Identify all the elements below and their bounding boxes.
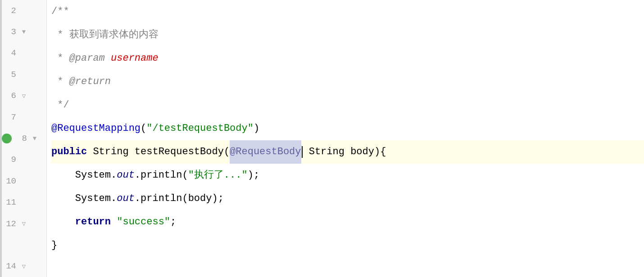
line-number-12: 12 bbox=[2, 219, 19, 229]
gutter-row-5: 5 bbox=[2, 64, 46, 85]
code-line-4: * @param username bbox=[51, 47, 644, 70]
editor-container: 2 3 ▼ 4 5 6 ▽ 7 8 ▼ bbox=[0, 0, 644, 277]
line-number-14: 14 bbox=[2, 261, 19, 271]
code-success-string: "success" bbox=[117, 210, 170, 234]
gutter-row-empty bbox=[2, 234, 46, 255]
fold-icon-6[interactable]: ▽ bbox=[19, 92, 29, 100]
line-gutter: 2 3 ▼ 4 5 6 ▽ 7 8 ▼ bbox=[2, 0, 47, 277]
code-system-10: System. bbox=[75, 187, 117, 210]
gutter-row-3: 3 ▼ bbox=[2, 21, 46, 42]
code-line-2: /** bbox=[51, 0, 644, 23]
gutter-row-11: 11 bbox=[2, 192, 46, 213]
code-line-empty bbox=[51, 257, 644, 277]
gutter-row-2: 2 bbox=[2, 0, 46, 21]
code-body-param: String body){ bbox=[303, 140, 386, 164]
line-number-4: 4 bbox=[2, 48, 19, 58]
code-method-name: testRequestBody( bbox=[135, 140, 230, 164]
code-comment-at-sign-5: * bbox=[51, 70, 69, 94]
code-out-10: out bbox=[117, 187, 135, 210]
line-number-2: 2 bbox=[2, 6, 19, 16]
code-line-7: @RequestMapping("/testRequestBody") bbox=[51, 117, 644, 140]
code-comment-body: * 获取到请求体的内容 bbox=[51, 23, 159, 47]
code-indent-11 bbox=[51, 210, 75, 234]
code-comment-open: /** bbox=[51, 0, 69, 23]
line-number-11: 11 bbox=[2, 197, 19, 207]
code-line-11: return "success" ; bbox=[51, 210, 644, 234]
gutter-row-9: 9 bbox=[2, 149, 46, 170]
text-cursor bbox=[302, 146, 303, 158]
code-space-1 bbox=[87, 140, 93, 164]
line-number-7: 7 bbox=[2, 112, 19, 122]
code-space-2 bbox=[129, 140, 135, 164]
code-keyword-public: public bbox=[51, 140, 87, 164]
code-indent-9 bbox=[51, 164, 75, 187]
code-line-5: * @return bbox=[51, 70, 644, 94]
code-system-9: System. bbox=[75, 164, 117, 187]
fold-icon-14[interactable]: ▽ bbox=[19, 263, 29, 270]
gutter-row-6: 6 ▽ bbox=[2, 85, 46, 107]
line-number-3: 3 bbox=[2, 27, 19, 37]
code-keyword-return: return bbox=[75, 210, 111, 234]
code-println-9: .println( bbox=[135, 164, 188, 187]
code-param-annotation: @param bbox=[69, 47, 105, 70]
code-line-6: */ bbox=[51, 94, 644, 117]
fold-icon-3[interactable]: ▼ bbox=[19, 28, 29, 36]
code-empty-line bbox=[51, 257, 57, 277]
line-number-9: 9 bbox=[2, 155, 19, 165]
code-space-11 bbox=[111, 210, 117, 234]
line-number-5: 5 bbox=[2, 70, 19, 80]
gutter-row-14: 14 ▽ bbox=[2, 256, 46, 277]
code-semicolon-11: ; bbox=[170, 210, 176, 234]
code-comment-at-sign-4: * bbox=[51, 47, 69, 70]
code-param-value: username bbox=[111, 47, 159, 70]
gutter-row-12: 12 ▽ bbox=[2, 213, 46, 234]
code-paren-open: ( bbox=[141, 117, 146, 140]
code-brace-close-12: } bbox=[51, 234, 57, 257]
code-content-area[interactable]: /** * 获取到请求体的内容 * @param username * @ret… bbox=[47, 0, 644, 277]
code-line-9: System. out .println( "执行了..." ); bbox=[51, 164, 644, 187]
code-type-string: String bbox=[93, 140, 128, 164]
fold-icon-12[interactable]: ▽ bbox=[19, 220, 29, 228]
code-paren-close: ) bbox=[254, 117, 259, 140]
gutter-row-10: 10 bbox=[2, 170, 46, 192]
gutter-row-7: 7 bbox=[2, 107, 46, 128]
fold-icon-8[interactable]: ▼ bbox=[30, 135, 40, 142]
code-println-10: .println(body); bbox=[135, 187, 224, 210]
code-mapping-path: "/testRequestBody" bbox=[146, 117, 254, 140]
gutter-row-8: 8 ▼ bbox=[2, 128, 46, 149]
code-string-9: "执行了..." bbox=[188, 164, 248, 187]
code-line-12: } bbox=[51, 234, 644, 257]
code-return-annotation: @return bbox=[69, 70, 111, 94]
debug-breakpoint-icon[interactable] bbox=[2, 134, 12, 143]
code-close-9: ); bbox=[248, 164, 259, 187]
code-comment-close: */ bbox=[51, 94, 69, 117]
code-requestbody-ann: @RequestBody bbox=[230, 140, 301, 164]
code-line-10: System. out .println(body); bbox=[51, 187, 644, 210]
code-out-9: out bbox=[117, 164, 135, 187]
code-line-3: * 获取到请求体的内容 bbox=[51, 23, 644, 47]
code-indent-10 bbox=[51, 187, 75, 210]
line-number-6: 6 bbox=[2, 91, 19, 101]
line-number-10: 10 bbox=[2, 176, 19, 186]
line-number-8: 8 bbox=[13, 134, 30, 143]
code-line-8: public String testRequestBody( @RequestB… bbox=[51, 140, 644, 164]
code-request-mapping-ann: @RequestMapping bbox=[51, 117, 141, 140]
gutter-row-4: 4 bbox=[2, 43, 46, 64]
